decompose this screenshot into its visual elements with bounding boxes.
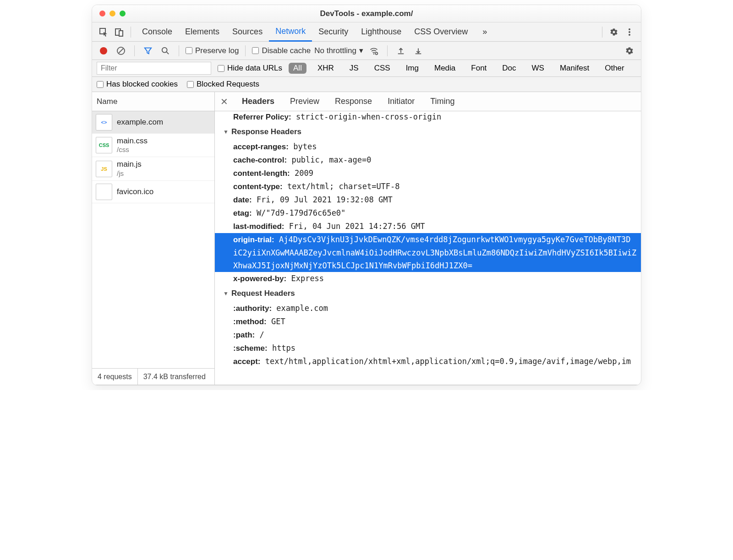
blocked-requests-checkbox[interactable]: Blocked Requests bbox=[187, 80, 259, 89]
tab-sources[interactable]: Sources bbox=[226, 22, 269, 42]
request-list: <>example.comCSSmain.css/cssJSmain.js/js… bbox=[92, 111, 214, 368]
request-headers-section[interactable]: Request Headers bbox=[215, 285, 641, 302]
svg-point-8 bbox=[162, 47, 167, 52]
filter-type-doc[interactable]: Doc bbox=[498, 63, 520, 74]
hide-data-urls-checkbox[interactable]: Hide data URLs bbox=[218, 64, 282, 73]
throttling-label: No throttling bbox=[314, 46, 356, 55]
download-har-icon[interactable] bbox=[411, 44, 425, 58]
request-name: main.css bbox=[117, 136, 148, 146]
tab-elements[interactable]: Elements bbox=[179, 22, 226, 42]
header-row: etag: W/"7d9-179d76c65e0" bbox=[215, 207, 641, 220]
detail-tab-bar: ✕ HeadersPreviewResponseInitiatorTiming bbox=[215, 92, 641, 111]
filter-type-img[interactable]: Img bbox=[401, 63, 423, 74]
request-row[interactable]: JSmain.js/js bbox=[92, 157, 214, 180]
preserve-log-checkbox[interactable]: Preserve log bbox=[186, 46, 239, 55]
svg-point-4 bbox=[629, 31, 630, 33]
has-blocked-label: Has blocked cookies bbox=[106, 80, 178, 89]
throttling-select[interactable]: No throttling ▾ bbox=[314, 46, 363, 55]
device-toolbar-icon[interactable] bbox=[112, 25, 126, 39]
tab-lighthouse[interactable]: Lighthouse bbox=[355, 22, 408, 42]
settings-icon[interactable] bbox=[607, 25, 621, 39]
detail-tab-headers[interactable]: Headers bbox=[241, 93, 275, 110]
network-settings-icon[interactable] bbox=[623, 44, 636, 58]
detail-tab-initiator[interactable]: Initiator bbox=[387, 93, 416, 110]
detail-tab-response[interactable]: Response bbox=[334, 93, 373, 110]
header-key: etag: bbox=[233, 209, 252, 217]
filter-type-js[interactable]: JS bbox=[345, 63, 363, 74]
header-key: content-length: bbox=[233, 169, 290, 178]
window-title: DevTools - example.com/ bbox=[320, 9, 413, 18]
detail-tab-preview[interactable]: Preview bbox=[289, 93, 320, 110]
split-pane: Name <>example.comCSSmain.css/cssJSmain.… bbox=[92, 92, 641, 385]
filter-type-other[interactable]: Other bbox=[600, 63, 629, 74]
svg-line-7 bbox=[119, 49, 123, 53]
filter-type-font[interactable]: Font bbox=[466, 63, 491, 74]
detail-pane: ✕ HeadersPreviewResponseInitiatorTiming … bbox=[215, 92, 641, 385]
header-row: :path: / bbox=[215, 328, 641, 342]
window-controls bbox=[99, 11, 126, 16]
file-type-icon: CSS bbox=[96, 137, 112, 153]
search-icon[interactable] bbox=[159, 44, 172, 58]
status-bar: 4 requests 37.4 kB transferred bbox=[92, 368, 214, 385]
svg-point-5 bbox=[629, 34, 630, 36]
request-row[interactable]: <>example.com bbox=[92, 111, 214, 134]
separator bbox=[602, 27, 602, 38]
has-blocked-cookies-checkbox[interactable]: Has blocked cookies bbox=[97, 80, 178, 89]
close-detail-icon[interactable]: ✕ bbox=[220, 96, 228, 107]
network-conditions-icon[interactable] bbox=[367, 44, 381, 58]
record-button[interactable] bbox=[97, 44, 110, 58]
header-value: 2009 bbox=[295, 169, 313, 178]
filter-type-all[interactable]: All bbox=[289, 63, 306, 74]
header-row-highlighted[interactable]: origin-trial: Aj4DysCv3VjknU3jJvkDEwnQZK… bbox=[215, 233, 641, 272]
header-value: XhwaXJ5IjoxNjMxNjYzOTk5LCJpc1N1YmRvbWFpb… bbox=[233, 261, 472, 270]
tab-network[interactable]: Network bbox=[269, 22, 312, 42]
filter-icon[interactable] bbox=[141, 44, 155, 58]
upload-har-icon[interactable] bbox=[394, 44, 408, 58]
detail-tab-timing[interactable]: Timing bbox=[429, 93, 455, 110]
header-value: text/html,application/xhtml+xml,applicat… bbox=[265, 357, 631, 366]
maximize-window-button[interactable] bbox=[120, 11, 126, 16]
kebab-menu-icon[interactable] bbox=[623, 25, 636, 39]
name-column-header[interactable]: Name bbox=[92, 92, 214, 111]
titlebar: DevTools - example.com/ bbox=[92, 5, 641, 22]
header-key: x-powered-by: bbox=[233, 274, 286, 283]
minimize-window-button[interactable] bbox=[109, 11, 115, 16]
separator bbox=[245, 45, 246, 56]
header-value: iC2yiiXnXGwMAAABZeyJvcmlnaW4iOiJodHRwczo… bbox=[233, 248, 636, 257]
request-path: /css bbox=[117, 146, 148, 154]
inspect-element-icon[interactable] bbox=[97, 25, 110, 39]
filter-type-xhr[interactable]: XHR bbox=[313, 63, 339, 74]
request-name: favicon.ico bbox=[117, 187, 153, 196]
filter-type-ws[interactable]: WS bbox=[527, 63, 549, 74]
file-type-icon: <> bbox=[96, 114, 112, 130]
separator bbox=[131, 27, 131, 38]
filter-type-media[interactable]: Media bbox=[430, 63, 460, 74]
header-row: content-length: 2009 bbox=[215, 167, 641, 180]
disable-cache-checkbox[interactable]: Disable cache bbox=[252, 46, 311, 55]
more-tabs-button[interactable]: » bbox=[476, 22, 493, 42]
request-name: main.js bbox=[117, 160, 142, 169]
request-name: example.com bbox=[117, 118, 163, 127]
header-value: W/"7d9-179d76c65e0" bbox=[257, 208, 345, 217]
header-key: cache-control: bbox=[233, 156, 287, 164]
request-row[interactable]: favicon.ico bbox=[92, 181, 214, 203]
header-key: date: bbox=[233, 196, 252, 204]
filter-input[interactable] bbox=[97, 62, 211, 75]
filter-type-css[interactable]: CSS bbox=[370, 63, 395, 74]
tab-security[interactable]: Security bbox=[312, 22, 355, 42]
header-value: Aj4DysCv3VjknU3jJvkDEwnQZK/vmse4rdd8jZog… bbox=[279, 235, 631, 244]
header-value: Fri, 09 Jul 2021 19:32:08 GMT bbox=[257, 195, 393, 204]
header-key: origin-trial: bbox=[233, 235, 274, 244]
tab-console[interactable]: Console bbox=[136, 22, 179, 42]
header-key: last-modified: bbox=[233, 222, 284, 231]
tab-css-overview[interactable]: CSS Overview bbox=[408, 22, 474, 42]
header-value: Express bbox=[291, 274, 324, 283]
close-window-button[interactable] bbox=[99, 11, 105, 16]
header-key: content-type: bbox=[233, 182, 283, 191]
response-headers-section[interactable]: Response Headers bbox=[215, 124, 641, 140]
filter-type-manifest[interactable]: Manifest bbox=[555, 63, 594, 74]
header-value: example.com bbox=[276, 304, 328, 313]
header-value: text/html; charset=UTF-8 bbox=[287, 182, 400, 191]
clear-icon[interactable] bbox=[114, 44, 128, 58]
request-row[interactable]: CSSmain.css/css bbox=[92, 134, 214, 157]
